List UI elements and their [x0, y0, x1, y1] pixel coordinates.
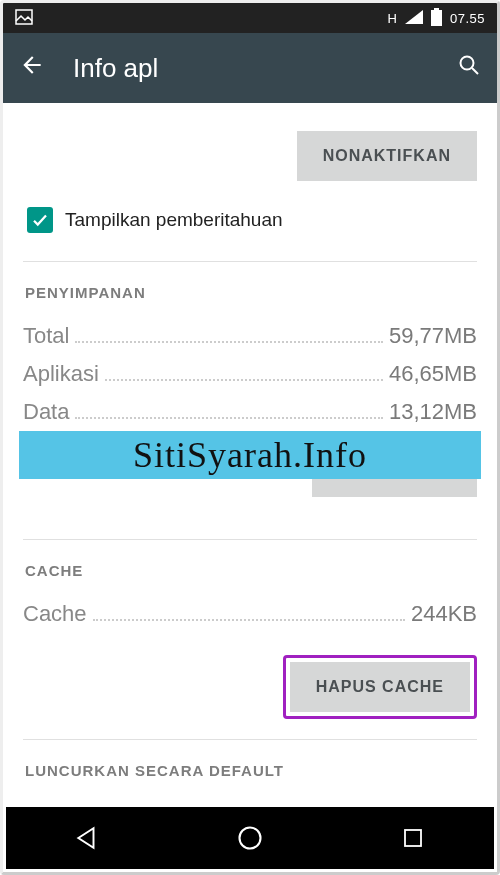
- row-value: 46,65MB: [389, 361, 477, 387]
- search-icon[interactable]: [457, 53, 481, 83]
- battery-icon: [431, 8, 442, 29]
- app-bar: Info apl: [3, 33, 497, 103]
- dotted-line: [75, 341, 382, 343]
- disable-button[interactable]: NONAKTIFKAN: [297, 131, 477, 181]
- notifications-row[interactable]: Tampilkan pemberitahuan: [23, 203, 477, 262]
- navigation-bar: [6, 807, 494, 869]
- watermark-overlay: SitiSyarah.Info: [19, 431, 481, 479]
- highlight-annotation: HAPUS CACHE: [283, 655, 477, 719]
- content-area: NONAKTIFKAN Tampilkan pemberitahuan PENY…: [3, 103, 497, 810]
- svg-rect-8: [405, 830, 421, 846]
- back-icon[interactable]: [19, 52, 45, 85]
- row-label: Aplikasi: [23, 361, 99, 387]
- svg-rect-2: [431, 10, 442, 26]
- storage-total-row: Total 59,77MB: [23, 317, 477, 355]
- notifications-label: Tampilkan pemberitahuan: [65, 209, 283, 231]
- row-label: Total: [23, 323, 69, 349]
- row-label: Cache: [23, 601, 87, 627]
- dotted-line: [75, 417, 382, 419]
- row-label: Data: [23, 399, 69, 425]
- launch-header: LUNCURKAN SECARA DEFAULT: [23, 740, 477, 795]
- svg-marker-1: [405, 10, 423, 24]
- row-value: 13,12MB: [389, 399, 477, 425]
- dotted-line: [93, 619, 405, 621]
- storage-header: PENYIMPANAN: [23, 262, 477, 317]
- nav-home-icon[interactable]: [235, 823, 265, 853]
- row-value: 244KB: [411, 601, 477, 627]
- signal-icon: [405, 10, 423, 27]
- nav-recent-icon[interactable]: [398, 823, 428, 853]
- clear-cache-button[interactable]: HAPUS CACHE: [290, 662, 470, 712]
- svg-marker-6: [79, 828, 94, 848]
- storage-app-row: Aplikasi 46,65MB: [23, 355, 477, 393]
- image-icon: [15, 9, 33, 28]
- checkbox-checked-icon[interactable]: [27, 207, 53, 233]
- clock: 07.55: [450, 11, 485, 26]
- nav-back-icon[interactable]: [72, 823, 102, 853]
- svg-rect-0: [16, 10, 32, 24]
- svg-line-5: [472, 68, 478, 74]
- watermark-text: SitiSyarah.Info: [133, 434, 367, 476]
- svg-rect-3: [434, 8, 439, 10]
- cache-row: Cache 244KB: [23, 595, 477, 633]
- cache-header: CACHE: [23, 540, 477, 595]
- network-type: H: [388, 11, 397, 26]
- status-bar: H 07.55: [3, 3, 497, 33]
- storage-data-row: Data 13,12MB: [23, 393, 477, 431]
- svg-point-7: [239, 828, 260, 849]
- dotted-line: [105, 379, 383, 381]
- page-title: Info apl: [73, 53, 457, 84]
- svg-point-4: [461, 57, 474, 70]
- row-value: 59,77MB: [389, 323, 477, 349]
